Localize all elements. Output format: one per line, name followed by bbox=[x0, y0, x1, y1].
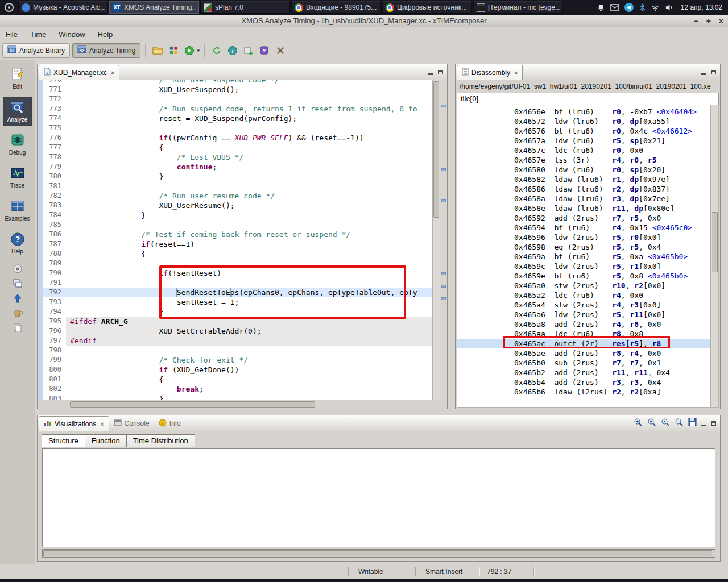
open-folder-icon[interactable] bbox=[151, 44, 164, 57]
editor-text-area[interactable]: 770 /* Run user suspend code */771 XUD_U… bbox=[38, 80, 432, 400]
code-line-783[interactable]: 783 XUD_UserResume(); bbox=[43, 201, 432, 210]
scrollbar-thumb[interactable] bbox=[433, 81, 439, 218]
code-line-802[interactable]: 802 break; bbox=[43, 384, 432, 394]
code-line-787[interactable]: 787 if(reset==1) bbox=[43, 239, 432, 249]
code-line-772[interactable]: 772 bbox=[43, 94, 432, 104]
code-line-780[interactable]: 780 } bbox=[43, 172, 432, 181]
code-line-770[interactable]: 770 /* Run user suspend code */ bbox=[43, 80, 432, 85]
code-line-771[interactable]: 771 XUD_UserSuspend(); bbox=[43, 85, 432, 94]
run-icon[interactable] bbox=[183, 44, 196, 57]
disasm-line-0x4657e[interactable]: 0x4657e lss (3r) r4, r0, r5 bbox=[457, 155, 718, 165]
window-titlebar[interactable]: XMOS Analyze Timing - lib_usb/xudlib/XUD… bbox=[0, 15, 728, 27]
occurrence-marker[interactable] bbox=[441, 272, 446, 275]
code-line-789[interactable]: 789 bbox=[43, 259, 432, 268]
disasm-line-0x46576[interactable]: 0x46576 bt (lru6) r0, 0x4c <0x46612> bbox=[457, 126, 718, 136]
telegram-icon[interactable] bbox=[624, 3, 634, 12]
disasm-line-0x465a0[interactable]: 0x465a0 stw (2rus) r10, r2[0x0] bbox=[457, 281, 718, 290]
record-icon[interactable] bbox=[13, 264, 23, 274]
disasm-line-0x46592[interactable]: 0x46592 add (2rus) r7, r5, 0x0 bbox=[457, 213, 718, 223]
minimize-view-icon[interactable] bbox=[428, 73, 433, 75]
disasm-line-0x465a6[interactable]: 0x465a6 ldw (2rus) r5, r11[0x0] bbox=[457, 310, 718, 319]
rail-item-edit[interactable]: Edit bbox=[3, 64, 32, 93]
code-line-792[interactable]: 792 SendResetToEps(epChans0, epChans, ep… bbox=[43, 288, 432, 297]
occurrence-marker[interactable] bbox=[441, 285, 446, 288]
code-line-779[interactable]: 779 continue; bbox=[43, 162, 432, 172]
occurrence-marker[interactable] bbox=[441, 297, 446, 300]
close-icon[interactable]: × bbox=[100, 421, 104, 427]
tab-console[interactable]: Console bbox=[109, 416, 154, 431]
copy-icon[interactable] bbox=[13, 323, 23, 333]
rail-item-analyze[interactable]: Analyze bbox=[3, 97, 32, 126]
occurrence-marker[interactable] bbox=[441, 199, 446, 202]
code-line-774[interactable]: 774 reset = XUD_Suspend(pwrConfig); bbox=[43, 114, 432, 123]
zoom-reset-icon[interactable] bbox=[661, 418, 670, 429]
tab-xud-manager[interactable]: c XUD_Manager.xc × bbox=[39, 65, 119, 80]
rail-item-trace[interactable]: Trace bbox=[3, 163, 32, 192]
code-line-782[interactable]: 782 /* Run user resume code */ bbox=[43, 191, 432, 201]
scrollbar-thumb[interactable] bbox=[43, 550, 712, 556]
zoom-fit-icon[interactable] bbox=[675, 418, 684, 429]
close-button[interactable]: × bbox=[719, 15, 723, 27]
code-line-799[interactable]: 799 /* Check for exit */ bbox=[43, 355, 432, 365]
rail-item-examples[interactable]: Examples bbox=[3, 196, 32, 225]
code-line-785[interactable]: 785 bbox=[43, 220, 432, 230]
disasm-line-0x4657c[interactable]: 0x4657c ldc (ru6) r0, 0x0 bbox=[457, 146, 718, 155]
disasm-line-0x4659c[interactable]: 0x4659c ldw (2rus) r5, r1[0x0] bbox=[457, 261, 718, 271]
disassembly-vertical-scrollbar[interactable] bbox=[710, 105, 718, 407]
maximize-view-icon[interactable] bbox=[438, 70, 443, 74]
subtab-time-distribution[interactable]: Time Distribution bbox=[126, 434, 195, 447]
scrollbar-thumb[interactable] bbox=[712, 212, 718, 272]
taskbar-window-mail[interactable]: Входящие - 9890175... bbox=[291, 1, 381, 14]
bluetooth-icon[interactable] bbox=[639, 3, 646, 12]
taskbar-window-splan[interactable]: sPlan 7.0 bbox=[200, 1, 290, 14]
app-menu-icon[interactable] bbox=[5, 3, 14, 12]
tab-disassembly[interactable]: Disassembly × bbox=[457, 65, 523, 80]
code-line-788[interactable]: 788 { bbox=[43, 249, 432, 259]
code-line-776[interactable]: 776 if((pwrConfig == XUD_PWR_SELF) && (r… bbox=[43, 133, 432, 143]
editor-overview-ruler[interactable] bbox=[440, 80, 447, 400]
code-line-801[interactable]: 801 { bbox=[43, 375, 432, 384]
tab-info[interactable]: i Info bbox=[154, 416, 185, 431]
disasm-line-0x4657a[interactable]: 0x4657a ldw (ru6) r5, sp[0x21] bbox=[457, 136, 718, 146]
code-line-784[interactable]: 784 } bbox=[43, 210, 432, 220]
annotation-ruler[interactable] bbox=[38, 80, 43, 400]
disasm-line-0x465aa[interactable]: 0x465aa ldc (ru6) r8, 0x8 bbox=[457, 329, 718, 339]
code-line-797[interactable]: 797#endif bbox=[43, 336, 432, 346]
editor-vertical-scrollbar[interactable] bbox=[432, 80, 440, 400]
disasm-line-0x46596[interactable]: 0x46596 ldw (2rus) r5, r0[0x0] bbox=[457, 232, 718, 242]
flash-icon[interactable] bbox=[258, 44, 271, 57]
code-line-798[interactable]: 798 bbox=[43, 346, 432, 355]
disasm-line-0x46586[interactable]: 0x46586 ldaw (lru6) r2, dp[0x837] bbox=[457, 184, 718, 194]
disasm-line-0x4659a[interactable]: 0x4659a bt (ru6) r5, 0xa <0x465b0> bbox=[457, 252, 718, 261]
code-line-795[interactable]: 795#ifdef ARCH_G bbox=[43, 317, 432, 326]
menu-window[interactable]: Window bbox=[57, 28, 90, 40]
bell-icon[interactable] bbox=[597, 3, 605, 12]
console-cup-icon[interactable] bbox=[13, 308, 23, 318]
disasm-line-0x46598[interactable]: 0x46598 eq (2rus) r5, r5, 0x4 bbox=[457, 242, 718, 252]
tile-header[interactable]: tile[0] bbox=[457, 93, 719, 105]
menu-help[interactable]: Help bbox=[97, 28, 119, 40]
subtab-function[interactable]: Function bbox=[85, 434, 127, 447]
disassembly-listing[interactable]: 0x4656e bf (lru6) r0, -0xb7 <0x46404>0x4… bbox=[457, 105, 719, 408]
disasm-line-0x465b0[interactable]: 0x465b0 sub (2rus) r7, r7, 0x1 bbox=[457, 358, 718, 368]
add-target-icon[interactable] bbox=[242, 44, 255, 57]
tab-visualizations[interactable]: Visualizations × bbox=[39, 416, 109, 431]
maximize-view-icon[interactable] bbox=[711, 421, 716, 426]
code-line-800[interactable]: 800 if (XUD_GetDone()) bbox=[43, 365, 432, 375]
disasm-line-0x465b2[interactable]: 0x465b2 add (2rus) r11, r11, 0x4 bbox=[457, 368, 718, 377]
code-line-778[interactable]: 778 /* Lost VBUS */ bbox=[43, 152, 432, 162]
maximize-view-icon[interactable] bbox=[711, 70, 716, 74]
disasm-line-0x465a2[interactable]: 0x465a2 ldc (ru6) r4, 0x0 bbox=[457, 290, 718, 300]
minimize-view-icon[interactable] bbox=[701, 73, 706, 75]
menu-file[interactable]: File bbox=[5, 28, 23, 40]
code-line-791[interactable]: 791 { bbox=[43, 278, 432, 288]
code-line-796[interactable]: 796 XUD_SetCrcTableAddr(0); bbox=[43, 326, 432, 336]
disasm-line-0x46594[interactable]: 0x46594 bf (ru6) r4, 0x15 <0x465c0> bbox=[457, 223, 718, 232]
build-icon[interactable] bbox=[167, 44, 180, 57]
visualization-horizontal-scrollbar[interactable] bbox=[42, 549, 715, 558]
analyze-binary-button[interactable]: 01 Analyze Binary bbox=[2, 43, 70, 58]
taskbar-window-music[interactable]: ♪ Музыка - Acoustic Alc... bbox=[18, 1, 108, 14]
disasm-line-0x465b4[interactable]: 0x465b4 add (2rus) r3, r3, 0x4 bbox=[457, 377, 718, 387]
close-icon[interactable]: × bbox=[514, 69, 518, 76]
disasm-line-0x4656e[interactable]: 0x4656e bf (lru6) r0, -0xb7 <0x46404> bbox=[457, 107, 718, 117]
